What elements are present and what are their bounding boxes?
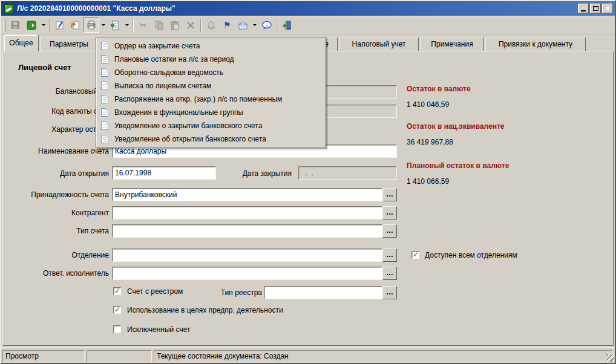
info-button[interactable]: i	[258, 18, 274, 33]
resize-grip[interactable]	[606, 354, 614, 362]
ownership-lookup-button[interactable]: …	[382, 188, 397, 201]
menu-item-account-statement[interactable]: Выписка по лицевым счетам	[97, 79, 325, 93]
menu-item-functional-groups[interactable]: Вхождения в функциональные группы	[97, 106, 325, 119]
bell-icon	[206, 21, 216, 30]
balance-character-label: Характер ост.	[3, 125, 97, 134]
all-branches-checkbox[interactable]	[411, 251, 419, 259]
toolbar: ✂ ⚑ i	[1, 16, 615, 34]
counterparty-label: Контрагент	[3, 209, 109, 217]
info-balloon-icon: i	[261, 21, 272, 30]
tab-privyazki[interactable]: Привязки к документу	[485, 37, 586, 51]
menu-item-planned-balances[interactable]: Плановые остатки на л/с за период	[97, 53, 325, 66]
ownership-label: Принадлежность счета	[3, 190, 109, 199]
toolbar-separator	[133, 19, 134, 32]
excluded-account-checkbox[interactable]	[113, 325, 121, 333]
delete-button[interactable]	[183, 18, 198, 33]
window-title: Л/с 20202840100000000001 "Касса доллары"	[17, 4, 577, 13]
cut-button[interactable]: ✂	[136, 18, 151, 33]
excluded-account-label: Исключенный счет	[127, 325, 190, 334]
report-document-icon	[101, 108, 108, 117]
toolbar-separator	[276, 19, 277, 32]
registry-type-input[interactable]	[264, 286, 382, 299]
report-document-icon	[101, 55, 108, 63]
chevron-down-icon	[42, 24, 45, 26]
responsible-lookup-button[interactable]: …	[382, 267, 397, 280]
mail-button[interactable]	[235, 18, 251, 33]
floppy-disk-icon	[11, 21, 21, 30]
reports-dropdown-button[interactable]	[123, 18, 131, 33]
print-dropdown-button[interactable]	[99, 18, 107, 33]
copy-button[interactable]	[151, 18, 167, 33]
balance-national-value: 36 419 967,88	[407, 138, 453, 146]
counterparty-input[interactable]	[112, 206, 382, 219]
currency-code-label: Код валюты с	[3, 107, 97, 115]
printer-icon	[87, 21, 96, 30]
toolbar-grip[interactable]	[4, 19, 5, 32]
planned-balance-value: 1 410 066,59	[407, 177, 449, 186]
menu-item-open-close-order[interactable]: Распоряжение на откр. (закр.) л/с по пом…	[97, 93, 325, 106]
mail-dropdown-button[interactable]	[251, 18, 258, 33]
titlebar: Л/с 20202840100000000001 "Касса доллары"…	[1, 1, 615, 16]
menu-item-order-close[interactable]: Ордер на закрытие счета	[97, 39, 325, 53]
tab-obschee[interactable]: Общее	[4, 34, 39, 51]
envelope-icon	[238, 21, 248, 30]
print-button[interactable]	[84, 18, 99, 33]
responsible-label: Ответ. исполнитель	[3, 269, 109, 278]
report-document-icon	[101, 95, 108, 103]
minimize-button[interactable]	[578, 4, 589, 13]
close-button[interactable]: ×	[602, 4, 613, 13]
flag-icon: ⚑	[223, 21, 231, 30]
exit-button[interactable]	[279, 18, 295, 33]
bookmark-button[interactable]: ⚑	[219, 18, 235, 33]
maximize-button[interactable]	[590, 4, 601, 13]
responsible-input[interactable]	[112, 267, 382, 280]
balance-national-title: Остаток в нац.эквиваленте	[407, 122, 505, 131]
account-type-lookup-button[interactable]: …	[382, 224, 397, 238]
exit-door-icon	[282, 21, 292, 30]
status-document-state: Текущее состояние документа: Создан	[154, 350, 612, 362]
balance-currency-title: Остаток в валюте	[407, 85, 471, 93]
tab-nalogovyj-uchet[interactable]: Налоговый учет	[339, 37, 419, 51]
scissors-icon: ✂	[140, 21, 148, 30]
chevron-down-icon	[102, 24, 105, 26]
planned-balance-title: Плановый остаток в валюте	[407, 161, 509, 170]
with-registry-checkbox[interactable]	[113, 287, 121, 295]
new-document-button[interactable]	[68, 18, 84, 33]
registry-type-lookup-button[interactable]: …	[382, 286, 397, 299]
menu-item-notice-close[interactable]: Уведомление о закрытии банковского счета	[97, 119, 325, 132]
pencil-icon	[55, 21, 65, 30]
close-date-input[interactable]	[298, 166, 397, 180]
tab-primechaniya[interactable]: Примечания	[420, 37, 484, 51]
post-document-button[interactable]	[24, 18, 39, 33]
reminder-button[interactable]	[203, 18, 219, 33]
all-branches-label: Доступен всем отделениям	[425, 251, 517, 259]
counterparty-lookup-button[interactable]: …	[382, 206, 397, 219]
page-title: Лицевой счет	[18, 63, 71, 72]
app-icon	[4, 4, 14, 13]
business-use-checkbox[interactable]	[113, 306, 121, 314]
x-mark-icon	[186, 21, 195, 30]
report-document-icon	[101, 42, 108, 50]
balance-account-label: Балансовый	[3, 87, 97, 96]
reports-button[interactable]	[107, 18, 123, 33]
ownership-input[interactable]	[112, 188, 382, 201]
copy-pages-icon	[154, 21, 164, 30]
account-type-label: Тип счета	[3, 227, 109, 235]
status-middle	[87, 350, 152, 362]
status-mode: Просмотр	[2, 350, 85, 362]
minimize-icon	[581, 10, 586, 11]
menu-item-turnover-statement[interactable]: Оборотно-сальдовая ведомость	[97, 66, 325, 79]
menu-item-notice-open[interactable]: Уведомление об открытии банковского счет…	[97, 132, 325, 146]
post-dropdown-button[interactable]	[39, 18, 47, 33]
chevron-down-icon	[253, 24, 257, 26]
save-button[interactable]	[8, 18, 24, 33]
report-document-icon	[101, 68, 108, 77]
tab-parametry[interactable]: Параметры	[40, 37, 98, 51]
application-window: Л/с 20202840100000000001 "Касса доллары"…	[0, 0, 616, 364]
branch-input[interactable]	[112, 249, 382, 262]
edit-button[interactable]	[52, 18, 68, 33]
account-type-input[interactable]	[112, 224, 382, 238]
balance-currency-value: 1 410 046,59	[407, 100, 449, 109]
paste-button[interactable]	[167, 18, 183, 33]
branch-lookup-button[interactable]: …	[382, 249, 397, 262]
